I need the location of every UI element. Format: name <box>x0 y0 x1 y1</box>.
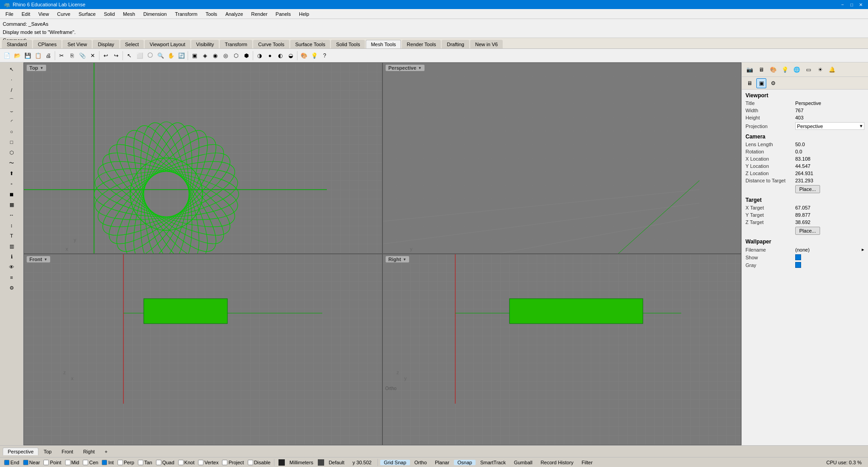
snap-int[interactable]: Int <box>100 460 115 465</box>
line-tool[interactable]: / <box>1 85 22 95</box>
ortho-indicator[interactable]: Ortho <box>411 460 431 465</box>
extrude-tool[interactable]: ⬆ <box>1 168 22 178</box>
snap-quad[interactable]: Quad <box>155 460 176 465</box>
mesh-tool1[interactable]: ▣ <box>189 51 199 61</box>
maximize-button[interactable]: □ <box>848 1 855 8</box>
solid-tool[interactable]: ◼ <box>1 189 22 199</box>
analyze-tool[interactable]: ℹ <box>1 252 22 262</box>
panel-icon-ground[interactable]: ▭ <box>803 65 813 75</box>
point-tool[interactable]: · <box>1 75 22 85</box>
add-viewport-button[interactable]: + <box>100 448 113 455</box>
transform-tool[interactable]: ↔ <box>1 210 22 220</box>
minimize-button[interactable]: − <box>839 1 846 8</box>
snap-mid[interactable]: Mid <box>64 460 81 465</box>
menu-analyze[interactable]: Analyze <box>222 10 246 18</box>
planar-indicator[interactable]: Planar <box>431 460 453 465</box>
dimension-tool[interactable]: ↕ <box>1 220 22 230</box>
panel-icon-display[interactable]: 🖥 <box>756 65 766 75</box>
shading3[interactable]: ◐ <box>275 51 285 61</box>
menu-view[interactable]: View <box>35 10 53 18</box>
polygon-tool[interactable]: ⬡ <box>1 148 22 157</box>
prop-projection-dropdown[interactable]: Perspective ▾ <box>795 122 864 130</box>
text-tool[interactable]: T <box>1 231 22 241</box>
menu-render[interactable]: Render <box>248 10 271 18</box>
panel-icon-sun[interactable]: ☀ <box>815 65 825 75</box>
hatch-tool[interactable]: ▥ <box>1 241 22 251</box>
status-tab-right[interactable]: Right <box>78 448 100 455</box>
panel-icon-viewport2[interactable]: 🖥 <box>745 78 755 88</box>
menu-dimension[interactable]: Dimension <box>140 10 170 18</box>
menu-help[interactable]: Help <box>295 10 313 18</box>
viewport-front[interactable]: Front ▼ z x <box>24 254 382 445</box>
menu-tools[interactable]: Tools <box>202 10 221 18</box>
render2[interactable]: 💡 <box>309 51 319 61</box>
tab-cplanes[interactable]: CPlanes <box>33 40 62 48</box>
save-as-icon[interactable]: 📋 <box>33 51 43 61</box>
save-icon[interactable]: 💾 <box>23 51 33 61</box>
pan-icon[interactable]: ✋ <box>166 51 176 61</box>
snap-tan[interactable]: Tan <box>137 460 154 465</box>
snap-point[interactable]: Point <box>42 460 62 465</box>
snap-project[interactable]: Project <box>221 460 245 465</box>
freeform-tool[interactable]: 〜 <box>1 158 22 168</box>
tab-standard[interactable]: Standard <box>2 40 32 48</box>
viewport-front-label[interactable]: Front ▼ <box>27 256 50 262</box>
tab-solid-tools[interactable]: Solid Tools <box>331 40 365 48</box>
panel-icon-light[interactable]: 💡 <box>780 65 790 75</box>
smarttrack-indicator[interactable]: SmartTrack <box>476 460 509 465</box>
copy-icon[interactable]: ⎘ <box>67 51 77 61</box>
snap-knot[interactable]: Knot <box>177 460 196 465</box>
render1[interactable]: 🎨 <box>299 51 309 61</box>
osnap-indicator[interactable]: Osnap <box>454 460 476 465</box>
mesh-tool6[interactable]: ⬢ <box>241 51 251 61</box>
panel-icon-camera[interactable]: 📷 <box>745 65 755 75</box>
menu-panels[interactable]: Panels <box>272 10 295 18</box>
camera-place-button[interactable]: Place... <box>795 185 820 193</box>
status-tab-perspective[interactable]: Perspective <box>3 448 38 455</box>
visibility-tool[interactable]: 👁 <box>1 262 22 272</box>
zoom-icon[interactable]: 🔍 <box>156 51 165 61</box>
menu-surface[interactable]: Surface <box>75 10 99 18</box>
menu-solid[interactable]: Solid <box>100 10 118 18</box>
surface-tool[interactable]: ▫ <box>1 179 22 189</box>
snap-vertex[interactable]: Vertex <box>197 460 220 465</box>
viewport-right-label[interactable]: Right ▼ <box>386 256 409 262</box>
panel-icon-extra[interactable]: ⚙ <box>768 78 778 88</box>
panel-icon-material[interactable]: 🎨 <box>768 65 778 75</box>
panel-icon-bell[interactable]: 🔔 <box>827 65 837 75</box>
tab-transform[interactable]: Transform <box>220 40 252 48</box>
target-place-button[interactable]: Place... <box>795 227 820 235</box>
shading1[interactable]: ◑ <box>255 51 264 61</box>
status-tab-front[interactable]: Front <box>57 448 78 455</box>
tab-drafting[interactable]: Drafting <box>442 40 469 48</box>
select-icon[interactable]: ↖ <box>124 51 134 61</box>
units-indicator[interactable]: Millimeters <box>286 460 317 465</box>
print-icon[interactable]: 🖨 <box>43 51 53 61</box>
rotate-icon[interactable]: 🔄 <box>176 51 186 61</box>
tab-set-view[interactable]: Set View <box>62 40 92 48</box>
snap-disable[interactable]: Disable <box>246 460 272 465</box>
tab-mesh-tools[interactable]: Mesh Tools <box>366 40 401 48</box>
close-button[interactable]: ✕ <box>857 1 864 8</box>
tab-select[interactable]: Select <box>120 40 144 48</box>
redo-icon[interactable]: ↪ <box>111 51 121 61</box>
polyline-tool[interactable]: ⌒ <box>1 95 22 105</box>
tab-curve-tools[interactable]: Curve Tools <box>253 40 289 48</box>
snap-cen[interactable]: Cen <box>81 460 99 465</box>
snap-near[interactable]: Near <box>22 460 42 465</box>
cplane-indicator[interactable]: Default <box>325 460 348 465</box>
viewport-perspective[interactable]: Perspective ▼ <box>382 62 741 254</box>
mesh-tool5[interactable]: ⬡ <box>231 51 241 61</box>
viewport-perspective-label[interactable]: Perspective ▼ <box>386 65 425 71</box>
viewport-right[interactable]: Right ▼ z y Ortho <box>382 254 741 445</box>
tab-viewport-layout[interactable]: Viewport Layout <box>145 40 190 48</box>
viewport-top-label[interactable]: Top ▼ <box>27 65 46 71</box>
tab-visibility[interactable]: Visibility <box>191 40 219 48</box>
menu-file[interactable]: File <box>2 10 17 18</box>
menu-transform[interactable]: Transform <box>171 10 201 18</box>
shading4[interactable]: ◒ <box>286 51 296 61</box>
menu-edit[interactable]: Edit <box>18 10 34 18</box>
new-icon[interactable]: 📄 <box>2 51 12 61</box>
panel-icon-props[interactable]: ▣ <box>756 78 766 88</box>
record-history-indicator[interactable]: Record History <box>537 460 577 465</box>
